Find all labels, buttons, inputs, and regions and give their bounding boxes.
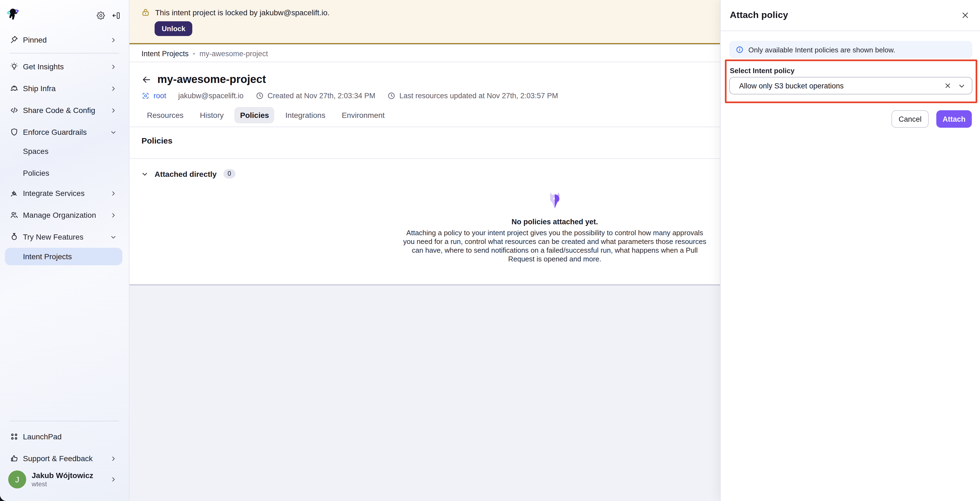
attach-policy-drawer: Attach policy Only available Intent poli… [720, 0, 980, 501]
sidebar-item-enforce-guardrails[interactable]: Enforce Guardrails [0, 121, 129, 143]
chevron-down-icon [110, 234, 116, 240]
sidebar-item-try-new-features[interactable]: Try New Features [0, 226, 129, 248]
breadcrumb-parent[interactable]: Intent Projects [142, 49, 189, 57]
breadcrumb-separator: • [193, 50, 195, 57]
sidebar-item-get-insights[interactable]: Get Insights [0, 55, 129, 78]
chevron-right-icon [110, 86, 116, 91]
spacelift-app: This intent project is locked by jakubw@… [0, 0, 980, 501]
back-arrow-icon[interactable] [142, 75, 151, 84]
drawer-title: Attach policy [730, 10, 961, 21]
attached-directly-label: Attached directly [154, 170, 216, 178]
sidebar-item-spaces[interactable]: Spaces [0, 140, 129, 162]
code-icon [10, 106, 19, 115]
space-icon [142, 92, 150, 100]
sidebar-item-policies[interactable]: Policies [0, 162, 129, 184]
sidebar: Pinned Get Insights [0, 0, 129, 501]
lightbulb-icon [10, 62, 19, 71]
clock-icon [387, 92, 396, 100]
attach-button[interactable]: Attach [936, 110, 972, 128]
tab-history[interactable]: History [194, 107, 229, 123]
flask-icon [10, 233, 19, 241]
sidebar-item-launchpad[interactable]: LaunchPad [0, 426, 129, 447]
project-meta: root jakubw@spacelift.io Created at Nov … [142, 92, 558, 100]
spacelift-logo-icon[interactable] [6, 7, 19, 22]
breadcrumb-current: my-awesome-project [199, 49, 268, 57]
info-callout-text: Only available Intent policies are shown… [748, 46, 895, 54]
sidebar-item-share-code-config[interactable]: Share Code & Config [0, 99, 129, 121]
user-name: Jakub Wójtowicz [32, 471, 110, 479]
intent-policy-select[interactable]: Allow only S3 bucket operations [729, 77, 972, 94]
created-at: Created at Nov 27th, 2:03:34 PM [256, 92, 375, 100]
collapse-sidebar-icon[interactable] [112, 11, 120, 20]
space-name: root [153, 92, 166, 100]
sidebar-item-intent-projects[interactable]: Intent Projects [5, 248, 123, 265]
chevron-right-icon [110, 212, 116, 218]
launchpad-grid-icon [10, 432, 19, 441]
selected-policy-value: Allow only S3 bucket operations [739, 82, 945, 90]
shield-icon [10, 128, 19, 136]
pin-icon [10, 35, 19, 44]
page-title: my-awesome-project [158, 73, 266, 86]
tab-environment[interactable]: Environment [336, 107, 390, 123]
policies-heading: Policies [142, 136, 172, 145]
tab-integrations[interactable]: Integrations [280, 107, 331, 123]
sidebar-item-pinned[interactable]: Pinned [0, 29, 129, 51]
project-owner: jakubw@spacelift.io [178, 92, 243, 100]
sidebar-item-ship-infra[interactable]: Ship Infra [0, 78, 129, 99]
chevron-right-icon [110, 455, 116, 461]
info-icon [736, 46, 743, 54]
chevron-right-icon [110, 476, 116, 482]
cancel-button[interactable]: Cancel [891, 110, 929, 128]
chevron-down-icon [110, 129, 116, 135]
tab-resources[interactable]: Resources [142, 107, 189, 123]
user-org: wtest [32, 480, 110, 488]
project-tabs: Resources History Policies Integrations … [142, 104, 390, 127]
clock-icon [256, 92, 264, 100]
chevron-right-icon [110, 107, 116, 113]
policy-helmet-icon [547, 192, 562, 209]
sidebar-item-integrate-services[interactable]: Integrate Services [0, 182, 129, 204]
empty-state-body: Attaching a policy to your intent projec… [401, 229, 709, 263]
sidebar-item-manage-organization[interactable]: Manage Organization [0, 204, 129, 226]
thumbs-up-icon [10, 454, 19, 463]
users-icon [10, 211, 19, 219]
chevron-down-icon [142, 171, 148, 177]
clear-selection-icon[interactable] [945, 82, 951, 89]
tab-policies[interactable]: Policies [235, 107, 275, 123]
attached-count-badge: 0 [223, 169, 235, 178]
plug-icon [10, 189, 19, 198]
ship-icon [10, 84, 19, 93]
attached-directly-toggle[interactable]: Attached directly 0 [142, 169, 235, 178]
settings-gear-icon[interactable] [97, 11, 105, 20]
banner-message: This intent project is locked by jakubw@… [155, 8, 330, 17]
info-callout: Only available Intent policies are shown… [729, 41, 972, 59]
chevron-down-icon[interactable] [958, 82, 965, 89]
chevron-right-icon [110, 63, 116, 70]
chevron-right-icon [110, 37, 116, 43]
avatar: J [8, 470, 26, 488]
user-menu[interactable]: J Jakub Wójtowicz wtest [0, 466, 129, 493]
chevron-right-icon [110, 190, 116, 196]
close-icon[interactable] [961, 11, 969, 19]
select-intent-policy-label: Select Intent policy [730, 67, 795, 75]
unlock-button[interactable]: Unlock [154, 21, 192, 36]
lock-icon [141, 8, 150, 17]
updated-at: Last resources updated at Nov 27th, 2:03… [387, 92, 558, 100]
space-link[interactable]: root [142, 92, 166, 100]
